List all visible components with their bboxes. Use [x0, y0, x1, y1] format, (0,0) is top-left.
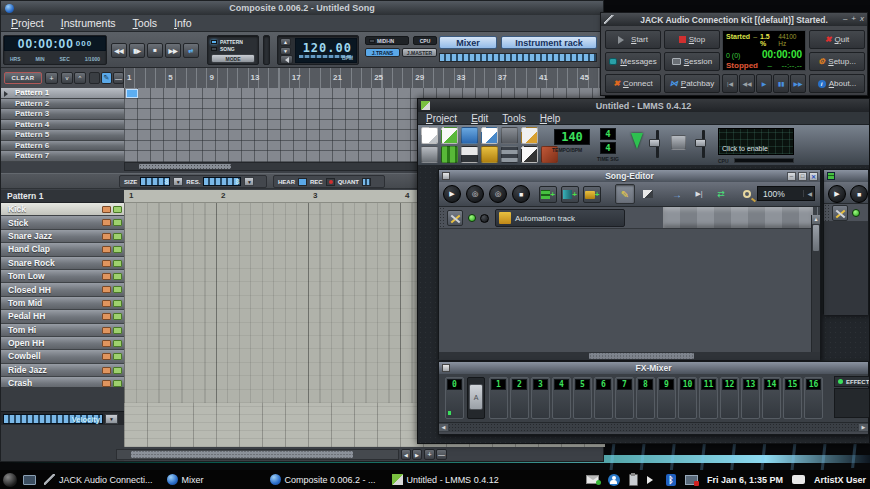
- instrument-row[interactable]: Cowbell: [1, 350, 124, 363]
- output-visualizer[interactable]: Click to enable: [718, 128, 794, 155]
- effects-chain-header[interactable]: EFFECTS C: [834, 376, 869, 387]
- song-mode-row[interactable]: SONG: [211, 45, 255, 52]
- taskbar-item[interactable]: Mixer: [167, 474, 204, 485]
- property-dropdown-button[interactable]: ▼: [105, 414, 118, 424]
- add-automation-track-button[interactable]: +: [583, 186, 601, 203]
- jack-master-button[interactable]: J.MASTER: [402, 48, 437, 57]
- instrument-solo-button[interactable]: [113, 246, 122, 253]
- loop-button[interactable]: ⇄: [183, 43, 199, 58]
- jump-to-end-button[interactable]: ▶|: [689, 184, 709, 204]
- jack-start-button[interactable]: Start: [605, 30, 661, 49]
- instrument-row[interactable]: Kick: [1, 203, 124, 216]
- active-sequence-cell[interactable]: [126, 89, 138, 98]
- instrument-solo-button[interactable]: [113, 380, 122, 387]
- clear-sequence-button[interactable]: CLEAR: [4, 72, 42, 84]
- pattern-row[interactable]: Pattern 7: [1, 151, 124, 162]
- effects-enable-led[interactable]: [838, 379, 843, 384]
- move-pattern-down-button[interactable]: v: [61, 72, 73, 84]
- lmms-titlebar[interactable]: Untitled - LMMS 0.4.12: [418, 99, 869, 112]
- transport-pause-button[interactable]: ▮▮: [773, 74, 789, 93]
- instrument-row[interactable]: Open HH: [1, 337, 124, 350]
- master-pitch-icon[interactable]: [671, 135, 686, 150]
- track-mute-led[interactable]: [468, 214, 476, 222]
- open-project-icon[interactable]: [441, 127, 458, 144]
- automation-editor-toggle-icon[interactable]: [481, 146, 498, 163]
- fx-channel[interactable]: 10: [678, 377, 697, 419]
- export-project-icon[interactable]: [521, 127, 538, 144]
- bpm-up-button[interactable]: ▲: [280, 38, 291, 46]
- song-editor-hscrollbar[interactable]: [439, 352, 820, 360]
- composite-menu-item[interactable]: Project: [11, 17, 44, 29]
- stop-button[interactable]: ■: [147, 43, 163, 58]
- instrument-mute-button[interactable]: [102, 313, 111, 320]
- minimize-icon[interactable]: –: [843, 14, 847, 23]
- play-song-button[interactable]: ▶: [443, 185, 461, 203]
- instrument-mute-button[interactable]: [102, 219, 111, 226]
- draw-mode-button[interactable]: ✎: [101, 72, 112, 84]
- taskbar-item[interactable]: Untitled - LMMS 0.4.12: [392, 474, 499, 485]
- piano-roll-toggle-icon[interactable]: [461, 146, 478, 163]
- jack-about-button[interactable]: iAbout...: [809, 74, 865, 93]
- instrument-mute-button[interactable]: [102, 206, 111, 213]
- close-icon[interactable]: ✕: [809, 172, 818, 181]
- master-pitch-handle[interactable]: [695, 139, 706, 147]
- composite-menu-item[interactable]: Info: [174, 17, 192, 29]
- scrollbar-handle[interactable]: [449, 424, 858, 431]
- mixer-button[interactable]: Mixer: [439, 36, 497, 49]
- jack-connect-button[interactable]: ✖Connect: [605, 74, 661, 93]
- fx-channel[interactable]: 13: [741, 377, 760, 419]
- transport-rewind-start-button[interactable]: |◀: [722, 74, 738, 93]
- jack-messages-button[interactable]: Messages: [605, 52, 661, 71]
- composite-menu-item[interactable]: Instruments: [61, 17, 116, 29]
- chat-tray-icon[interactable]: [792, 475, 805, 484]
- fx-channel[interactable]: 7: [615, 377, 634, 419]
- hear-notes-button[interactable]: [298, 178, 307, 186]
- instrument-mute-button[interactable]: [102, 340, 111, 347]
- tempo-display[interactable]: 140: [554, 129, 590, 145]
- instrument-solo-button[interactable]: [113, 300, 122, 307]
- record-button[interactable]: ◎: [466, 185, 484, 203]
- scroll-up-button[interactable]: ▲: [812, 215, 820, 224]
- qjackctl-titlebar[interactable]: JACK Audio Connection Kit [(default)] St…: [601, 13, 867, 26]
- maximize-icon[interactable]: +: [851, 14, 856, 23]
- fx-channel[interactable]: 8: [636, 377, 655, 419]
- track-solo-knob[interactable]: [480, 214, 489, 223]
- master-volume-handle[interactable]: [649, 139, 660, 147]
- instrument-mute-button[interactable]: [102, 273, 111, 280]
- show-desktop-icon[interactable]: [23, 475, 36, 485]
- instrument-solo-button[interactable]: [113, 340, 122, 347]
- scroll-right-button[interactable]: ▶: [412, 449, 422, 460]
- instrument-row[interactable]: Ride Jazz: [1, 364, 124, 377]
- taskbar-item[interactable]: Composite 0.006.2 - ...: [270, 474, 376, 485]
- zoom-in-button[interactable]: +: [424, 449, 435, 460]
- effects-chain-list[interactable]: [834, 388, 869, 418]
- instrument-row[interactable]: Snare Jazz: [1, 230, 124, 243]
- instrument-solo-button[interactable]: [113, 286, 122, 293]
- clock[interactable]: Fri Jan 6, 1:35 PM: [707, 475, 783, 485]
- scroll-right-button[interactable]: ▶: [859, 424, 868, 431]
- minimize-icon[interactable]: –: [787, 172, 796, 181]
- instrument-row[interactable]: Closed HH: [1, 283, 124, 296]
- song-editor-toggle-icon[interactable]: [421, 146, 438, 163]
- fader-handle[interactable]: A: [469, 384, 483, 410]
- scrollbar-handle[interactable]: [589, 353, 694, 359]
- instrument-solo-button[interactable]: [113, 367, 122, 374]
- delete-mode-button[interactable]: —: [113, 72, 124, 84]
- volume-tray-icon[interactable]: [647, 476, 657, 484]
- fx-channel[interactable]: 6: [594, 377, 613, 419]
- project-notes-toggle-icon[interactable]: [521, 146, 538, 163]
- instrument-mute-button[interactable]: [102, 300, 111, 307]
- scrollbar-handle[interactable]: [131, 451, 353, 458]
- forward-button[interactable]: ▶▶: [165, 43, 181, 58]
- jack-patchbay-button[interactable]: ⋈Patchbay: [664, 74, 720, 93]
- instrument-row[interactable]: Pedal HH: [1, 310, 124, 323]
- zoom-level-select[interactable]: 100%◀: [757, 186, 815, 201]
- taskbar-item[interactable]: JACK Audio Connecti...: [44, 474, 153, 485]
- mail-tray-icon[interactable]: [586, 475, 599, 484]
- pattern-row[interactable]: Pattern 6: [1, 141, 124, 152]
- transport-forward-button[interactable]: ▶▶: [790, 74, 806, 93]
- app-launcher-icon[interactable]: [3, 473, 17, 487]
- record-while-playing-button[interactable]: ◎: [489, 185, 507, 203]
- lmms-menu-item[interactable]: Edit: [471, 113, 488, 124]
- jack-stop-button[interactable]: Stop: [664, 30, 720, 49]
